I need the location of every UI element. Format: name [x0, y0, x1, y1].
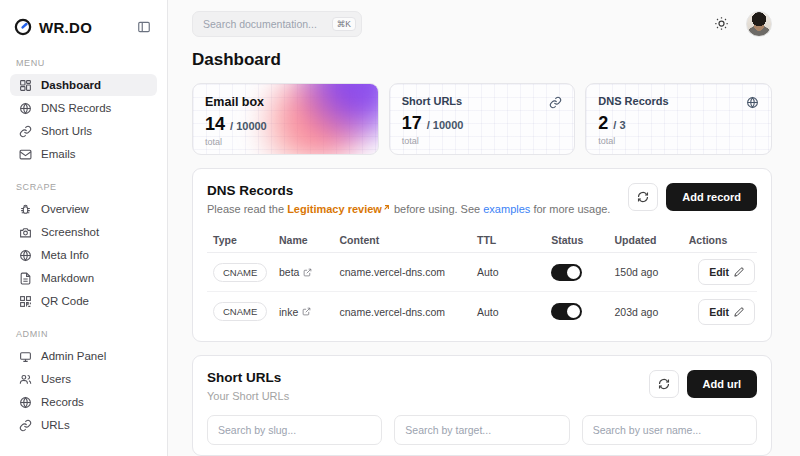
nav-section-admin: ADMIN — [16, 329, 151, 339]
monitor-icon — [18, 349, 32, 363]
sidebar-item-label: Users — [41, 373, 71, 385]
sidebar-item-label: Meta Info — [41, 249, 89, 261]
dns-table-header: Type Name Content TTL Status Updated Act… — [207, 227, 757, 253]
record-ttl: Auto — [471, 266, 545, 278]
link-icon — [18, 124, 32, 138]
search-by-slug-input[interactable] — [207, 415, 382, 445]
sidebar-item-records[interactable]: Records — [10, 391, 157, 413]
sidebar-item-label: DNS Records — [41, 102, 111, 114]
refresh-icon — [637, 191, 649, 203]
sidebar-item-dns-records[interactable]: DNS Records — [10, 97, 157, 119]
refresh-button[interactable] — [649, 370, 679, 398]
sun-icon[interactable] — [714, 16, 730, 32]
sidebar-collapse-icon[interactable] — [137, 19, 153, 35]
stat-value: 17 — [402, 113, 422, 134]
stat-caption: total — [598, 136, 759, 146]
search-by-target-input[interactable] — [394, 415, 569, 445]
sidebar-item-meta-info[interactable]: Meta Info — [10, 244, 157, 266]
sidebar-item-admin-panel[interactable]: Admin Panel — [10, 345, 157, 367]
stat-card-email-box[interactable]: Email box 14 / 10000 total — [192, 83, 379, 155]
stat-value: 14 — [205, 114, 225, 135]
arrow-up-right-icon — [382, 203, 391, 212]
sidebar: WR.DO MENU Dashboard DNS Records Short U… — [0, 0, 168, 456]
col-status: Status — [545, 234, 608, 246]
stat-title: Short URLs — [402, 95, 463, 107]
mail-icon — [18, 147, 32, 161]
search-box[interactable]: ⌘K — [192, 11, 362, 37]
sidebar-item-screenshot[interactable]: Screenshot — [10, 221, 157, 243]
record-updated: 203d ago — [609, 306, 683, 318]
sidebar-item-label: Short Urls — [41, 125, 92, 137]
sidebar-item-urls[interactable]: URLs — [10, 414, 157, 436]
add-record-button[interactable]: Add record — [666, 183, 757, 211]
sidebar-item-emails[interactable]: Emails — [10, 143, 157, 165]
sidebar-item-label: Admin Panel — [41, 350, 106, 362]
pencil-icon — [734, 307, 744, 317]
camera-icon — [18, 225, 32, 239]
record-type-badge: CNAME — [213, 302, 267, 321]
short-urls-subtitle: Your Short URLs — [207, 390, 649, 402]
status-toggle[interactable] — [551, 264, 582, 281]
col-ttl: TTL — [471, 234, 545, 246]
edit-button[interactable]: Edit — [698, 259, 755, 285]
user-avatar[interactable] — [746, 11, 772, 37]
col-type: Type — [207, 234, 273, 246]
col-name: Name — [273, 234, 334, 246]
stat-limit: / 10000 — [427, 119, 464, 131]
nav-section-scrape: SCRAPE — [16, 182, 151, 192]
sidebar-item-short-urls[interactable]: Short Urls — [10, 120, 157, 142]
sidebar-item-dashboard[interactable]: Dashboard — [10, 74, 157, 96]
sidebar-item-label: Screenshot — [41, 226, 99, 238]
dns-panel-description: Please read the Legitimacy review before… — [207, 203, 628, 215]
sidebar-item-markdown[interactable]: Markdown — [10, 267, 157, 289]
record-type-badge: CNAME — [213, 263, 267, 282]
shortcut-badge: ⌘K — [332, 17, 356, 32]
legitimacy-review-link[interactable]: Legitimacy review — [287, 203, 391, 215]
record-content: cname.vercel-dns.com — [334, 306, 472, 318]
topbar: ⌘K — [168, 0, 800, 48]
stat-limit: / 10000 — [230, 120, 267, 132]
sidebar-item-label: URLs — [41, 419, 70, 431]
sidebar-item-label: Records — [41, 396, 84, 408]
stat-title: DNS Records — [598, 95, 668, 107]
add-url-button[interactable]: Add url — [687, 370, 758, 398]
dns-records-panel: DNS Records Please read the Legitimacy r… — [192, 168, 772, 342]
topbar-right — [714, 11, 772, 37]
search-input[interactable] — [203, 18, 326, 30]
refresh-button[interactable] — [628, 183, 658, 211]
dashboard-icon — [18, 78, 32, 92]
stat-card-short-urls[interactable]: Short URLs 17 / 10000 total — [389, 83, 576, 155]
examples-link[interactable]: examples — [483, 203, 530, 215]
sidebar-item-label: Dashboard — [41, 79, 101, 91]
stat-title: Email box — [205, 95, 264, 109]
globe-icon — [18, 395, 32, 409]
stat-card-dns-records[interactable]: DNS Records 2 / 3 total — [585, 83, 772, 155]
record-name-link[interactable]: beta — [273, 266, 334, 278]
record-ttl: Auto — [471, 306, 545, 318]
main-area: ⌘K Dashboard Email box 14 — [168, 0, 800, 456]
external-link-icon — [303, 268, 312, 277]
pencil-icon — [734, 267, 744, 277]
sidebar-item-label: Overview — [41, 203, 89, 215]
sidebar-item-qr-code[interactable]: QR Code — [10, 290, 157, 312]
status-toggle[interactable] — [551, 303, 582, 320]
app-window: WR.DO MENU Dashboard DNS Records Short U… — [0, 0, 800, 456]
edit-button[interactable]: Edit — [698, 299, 755, 325]
search-by-user-name-input[interactable] — [582, 415, 757, 445]
sidebar-item-users[interactable]: Users — [10, 368, 157, 390]
page-title: Dashboard — [192, 50, 772, 70]
record-name-link[interactable]: inke — [273, 306, 334, 318]
stat-value: 2 — [598, 113, 608, 134]
col-content: Content — [334, 234, 472, 246]
table-row: CNAME beta cname.vercel-dns.com Auto 150… — [207, 253, 757, 292]
content: Dashboard Email box 14 / 10000 total — [168, 48, 800, 456]
stat-cards: Email box 14 / 10000 total Short URLs 17 — [192, 83, 772, 155]
external-link-icon — [302, 307, 311, 316]
sidebar-item-label: QR Code — [41, 295, 89, 307]
brand-name: WR.DO — [39, 19, 130, 36]
refresh-icon — [658, 378, 670, 390]
col-updated: Updated — [609, 234, 683, 246]
users-icon — [18, 372, 32, 386]
sidebar-item-overview[interactable]: Overview — [10, 198, 157, 220]
short-urls-title: Short URLs — [207, 370, 649, 385]
